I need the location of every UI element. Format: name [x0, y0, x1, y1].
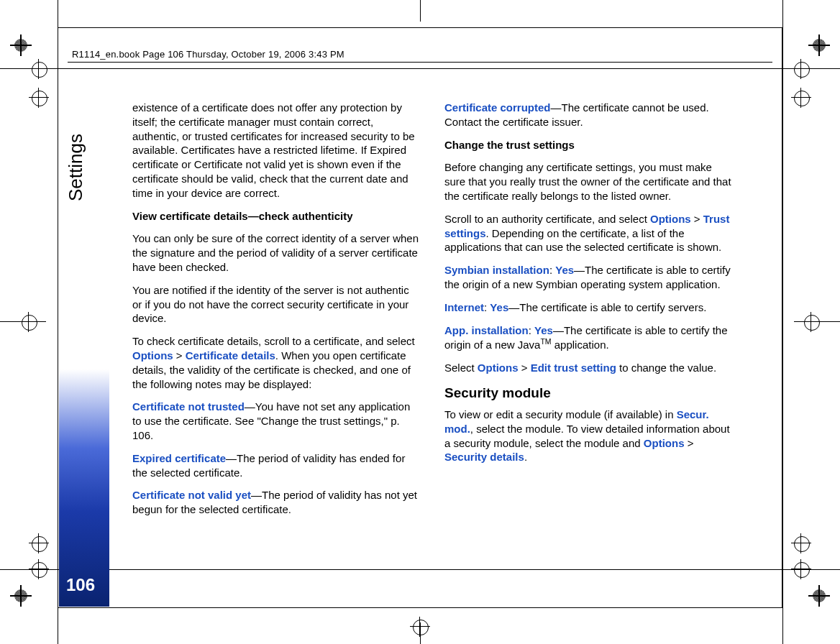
trademark: TM	[540, 337, 551, 346]
body-text: Internet: Yes—The certificate is able to…	[444, 300, 732, 315]
section-label: Settings	[65, 134, 87, 201]
text: —The certificate is able to certify serv…	[508, 301, 706, 313]
term: Internet	[444, 301, 484, 313]
menu-option: Certificate details	[186, 349, 275, 362]
value: Yes	[490, 301, 508, 313]
text: >	[685, 437, 694, 449]
target-mark-icon	[791, 88, 811, 108]
term: Certificate not valid yet	[132, 489, 251, 501]
subheading: Change the trust settings	[444, 138, 732, 152]
menu-option: Security details	[444, 451, 524, 463]
text: >	[691, 213, 703, 225]
text: >	[173, 349, 186, 362]
registration-mark-icon	[811, 37, 827, 53]
subheading: View certificate details—check authentic…	[132, 209, 420, 224]
text: Select	[444, 362, 478, 374]
target-mark-icon	[791, 533, 811, 553]
body-text: existence of a certificate does not offe…	[132, 101, 420, 201]
text: Scroll to an authority certificate, and …	[444, 213, 650, 225]
target-mark-icon	[410, 617, 430, 637]
term: Certificate corrupted	[444, 101, 551, 114]
menu-option: Options	[478, 362, 519, 374]
target-mark-icon	[29, 59, 49, 79]
body-text: You can only be sure of the correct iden…	[132, 231, 420, 274]
registration-mark-icon	[811, 588, 827, 604]
term: Symbian installation	[444, 264, 549, 276]
body-text: Before changing any certificate settings…	[444, 160, 732, 203]
text: to change the value.	[616, 362, 716, 374]
registration-mark-icon	[13, 37, 29, 53]
text: :	[529, 324, 534, 336]
body-text: To view or edit a security module (if av…	[444, 408, 732, 464]
column-left: existence of a certificate does not offe…	[132, 101, 420, 525]
text: >	[519, 362, 531, 374]
body-text: Certificate corrupted—The certificate ca…	[444, 101, 732, 129]
term: Expired certificate	[132, 452, 226, 464]
target-mark-icon	[29, 533, 49, 553]
header-meta: R1114_en.book Page 106 Thursday, October…	[72, 49, 344, 60]
text: application.	[552, 339, 609, 351]
crop-mid-top	[420, 0, 421, 22]
body-text: Symbian installation: Yes—The certificat…	[444, 263, 732, 292]
menu-option: Options	[644, 437, 685, 449]
page-number: 106	[66, 575, 95, 595]
heading: Security module	[444, 384, 732, 402]
crop-line-right	[782, 0, 783, 644]
header-rule	[68, 62, 772, 63]
registration-mark-icon	[13, 588, 29, 604]
term: App. installation	[444, 324, 529, 336]
target-mark-icon	[791, 559, 811, 579]
body-text: Expired certificate—The period of validi…	[132, 451, 420, 480]
body-text: App. installation: Yes—The certificate i…	[444, 323, 732, 353]
menu-option: Edit trust setting	[531, 362, 616, 374]
body-text: You are notified if the identity of the …	[132, 283, 420, 326]
text: . Depending on the certificate, a list o…	[444, 227, 721, 254]
text: To view or edit a security module (if av…	[444, 408, 677, 420]
column-right: Certificate corrupted—The certificate ca…	[444, 101, 732, 473]
term: Certificate not trusted	[132, 400, 245, 413]
body-text: Scroll to an authority certificate, and …	[444, 212, 732, 254]
target-mark-icon	[801, 312, 821, 332]
text: :	[549, 264, 555, 276]
body-text: Select Options > Edit trust setting to c…	[444, 361, 732, 375]
text: .	[524, 451, 527, 463]
body-text: Certificate not trusted—You have not set…	[132, 400, 420, 442]
menu-option: Options	[650, 213, 691, 225]
body-text: Certificate not valid yet—The period of …	[132, 488, 420, 517]
value: Yes	[555, 264, 574, 276]
text: To check certificate details, scroll to …	[132, 335, 415, 347]
menu-option: Options	[132, 349, 173, 362]
body-text: To check certificate details, scroll to …	[132, 334, 420, 391]
target-mark-icon	[29, 559, 49, 579]
target-mark-icon	[791, 59, 811, 79]
target-mark-icon	[29, 88, 49, 108]
value: Yes	[534, 324, 553, 336]
target-mark-icon	[19, 312, 39, 332]
